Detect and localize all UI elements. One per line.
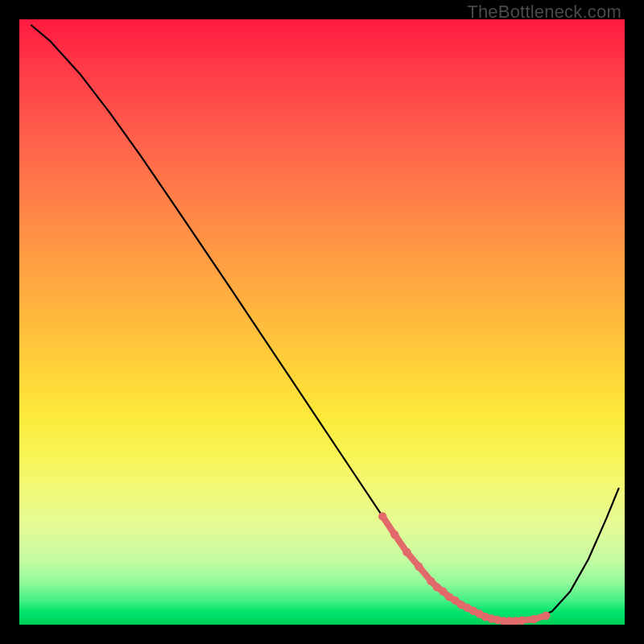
highlight-dot	[390, 530, 398, 539]
chart-frame	[19, 19, 625, 625]
highlight-dot	[402, 548, 411, 556]
highlight-dot	[542, 612, 550, 620]
highlight-dot	[415, 563, 423, 571]
highlight-dot	[427, 577, 435, 585]
highlight-dot	[378, 512, 386, 520]
watermark-text: TheBottleneck.com	[467, 2, 621, 23]
highlight-dot	[530, 615, 538, 623]
bottleneck-curve	[31, 26, 618, 621]
highlight-dot	[518, 617, 526, 625]
curve-layer	[19, 19, 625, 625]
highlight-segment	[378, 512, 550, 625]
